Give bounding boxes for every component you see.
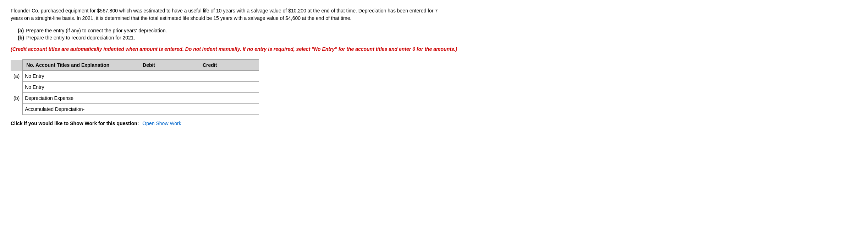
row-b2-debit-cell [139,104,199,115]
row-b1-account-input[interactable] [23,93,139,103]
row-a1-account-input[interactable] [23,71,139,81]
row-b1-credit-cell [199,93,259,104]
row-a1-label: (a) [11,71,23,82]
instruction-a-label: (a) [18,28,24,33]
instruction-b-label: (b) [18,35,24,41]
row-a1-debit-input[interactable] [139,71,199,81]
row-b2-label [11,104,23,115]
row-a2-label [11,82,23,93]
table-row-a2 [11,82,259,93]
table-row-b2 [11,104,259,115]
problem-line2: years on a straight-line basis. In 2021,… [11,15,649,22]
show-work-section: Click if you would like to Show Work for… [11,121,857,126]
row-b1-credit-input[interactable] [199,93,259,103]
instruction-b: (b)Prepare the entry to record depreciat… [18,35,857,41]
instruction-b-text: Prepare the entry to record depreciation… [26,35,135,41]
problem-text: Flounder Co. purchased equipment for $56… [11,7,649,22]
table-header-row: No. Account Titles and Explanation Debit… [11,60,259,71]
header-credit: Credit [199,60,259,71]
row-a2-debit-input[interactable] [139,82,199,92]
instruction-a-text: Prepare the entry (if any) to correct th… [26,28,167,33]
row-a2-account-cell [23,82,139,93]
row-b1-account-cell [23,93,139,104]
row-b2-credit-cell [199,104,259,115]
header-debit: Debit [139,60,199,71]
table-row-a1: (a) [11,71,259,82]
row-b1-debit-input[interactable] [139,93,199,103]
row-a2-credit-cell [199,82,259,93]
row-a1-credit-input[interactable] [199,71,259,81]
row-a1-credit-cell [199,71,259,82]
header-account: No. Account Titles and Explanation [23,60,139,71]
header-no [11,60,23,71]
row-a1-account-cell [23,71,139,82]
row-b2-credit-input[interactable] [199,104,259,114]
problem-line1: Flounder Co. purchased equipment for $56… [11,7,649,15]
instructions-list: (a)Prepare the entry (if any) to correct… [18,28,857,41]
row-b2-account-cell [23,104,139,115]
journal-entry-table: No. Account Titles and Explanation Debit… [11,59,259,115]
credit-note: (Credit account titles are automatically… [11,46,649,53]
row-a1-debit-cell [139,71,199,82]
row-a2-debit-cell [139,82,199,93]
open-show-work-link[interactable]: Open Show Work [142,121,181,126]
row-a2-credit-input[interactable] [199,82,259,92]
instruction-a: (a)Prepare the entry (if any) to correct… [18,28,857,33]
row-b2-account-input[interactable] [23,104,139,114]
table-row-b1: (b) [11,93,259,104]
row-b1-debit-cell [139,93,199,104]
show-work-prompt: Click if you would like to Show Work for… [11,121,139,126]
row-b2-debit-input[interactable] [139,104,199,114]
row-b1-label: (b) [11,93,23,104]
row-a2-account-input[interactable] [23,82,139,92]
